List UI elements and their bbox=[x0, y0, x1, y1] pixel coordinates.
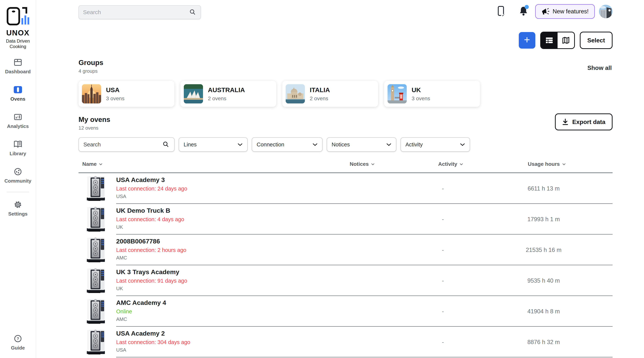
table-row[interactable]: UK Demo Truck B Last connection: 4 days … bbox=[78, 204, 612, 235]
table-row[interactable]: 2008B0067786 Last connection: 2 hours ag… bbox=[78, 235, 612, 265]
oven-icon bbox=[13, 85, 22, 94]
my-ovens-title: My ovens bbox=[78, 116, 612, 124]
sidebar: UNOX Data Driven Cooking Dashboard bbox=[0, 0, 36, 358]
group-card-usa[interactable]: USA 3 ovens bbox=[78, 81, 174, 107]
group-oven-count: 3 ovens bbox=[106, 96, 124, 102]
mobile-app-button[interactable] bbox=[497, 6, 507, 17]
group-oven-count: 2 ovens bbox=[208, 96, 245, 102]
brand-tagline: Data Driven Cooking bbox=[6, 38, 30, 49]
table-row[interactable]: AMC Academy 4 Online AMC - 41904 h 8 m bbox=[78, 296, 612, 327]
usage-hours-cell: 9535 h 40 m bbox=[487, 277, 600, 284]
oven-thumbnail bbox=[85, 206, 106, 232]
sidebar-item-guide[interactable]: ? Guide bbox=[11, 334, 25, 351]
italia-group-thumbnail bbox=[286, 84, 305, 103]
usage-hours-cell: 6611 h 13 m bbox=[487, 185, 600, 192]
sidebar-item-label: Analytics bbox=[7, 123, 29, 129]
oven-thumbnail bbox=[85, 175, 106, 202]
notification-badge bbox=[524, 5, 529, 9]
activity-cell: - bbox=[399, 216, 487, 222]
group-name: USA bbox=[106, 86, 120, 94]
main-content: New features! + bbox=[78, 0, 612, 358]
oven-connection-status: Last connection: 91 days ago bbox=[116, 278, 187, 284]
oven-group-label: UK bbox=[116, 224, 184, 230]
oven-group-label: USA bbox=[116, 193, 187, 199]
column-header-name[interactable]: Name bbox=[82, 161, 103, 167]
brand-name: UNOX bbox=[6, 29, 30, 37]
filters-row: Lines Connection Notices Activity bbox=[78, 137, 612, 152]
sort-chevron-icon bbox=[371, 163, 375, 165]
table-row[interactable]: USA Academy 3 Last connection: 24 days a… bbox=[78, 173, 612, 204]
unox-logo bbox=[6, 7, 30, 26]
activity-cell: - bbox=[399, 185, 487, 192]
oven-name: USA Academy 2 bbox=[116, 330, 190, 337]
oven-connection-status: Last connection: 2 hours ago bbox=[116, 247, 186, 253]
unox-logo-icon bbox=[6, 7, 30, 26]
ovens-table-body: USA Academy 3 Last connection: 24 days a… bbox=[78, 173, 612, 357]
sort-chevron-icon bbox=[99, 163, 103, 165]
ovens-search-input[interactable] bbox=[84, 142, 162, 148]
group-cards: USA 3 ovens bbox=[78, 81, 612, 107]
sidebar-item-label: Library bbox=[10, 151, 26, 157]
column-header-activity[interactable]: Activity bbox=[438, 161, 463, 167]
map-view-button[interactable] bbox=[558, 33, 574, 48]
sidebar-item-label: Dashboard bbox=[5, 69, 31, 75]
column-header-notices[interactable]: Notices bbox=[350, 161, 375, 167]
row-divider bbox=[116, 357, 612, 357]
sidebar-item-dashboard[interactable]: Dashboard bbox=[5, 58, 31, 75]
my-ovens-section: My ovens 12 ovens Export data bbox=[78, 113, 612, 358]
list-view-button[interactable] bbox=[541, 33, 558, 48]
sidebar-item-library[interactable]: Library bbox=[10, 140, 26, 157]
mobile-app-icon bbox=[497, 6, 507, 17]
notices-filter-dropdown[interactable]: Notices bbox=[327, 137, 396, 152]
oven-group-label: AMC bbox=[116, 255, 186, 261]
show-all-link[interactable]: Show all bbox=[587, 65, 612, 71]
groups-title: Groups bbox=[78, 59, 612, 67]
download-icon bbox=[562, 119, 568, 125]
notifications-button[interactable] bbox=[519, 6, 528, 17]
usa-group-thumbnail bbox=[82, 84, 101, 103]
groups-section: Groups 4 groups Show all bbox=[78, 59, 612, 107]
table-header: Name Notices Activity Usage hours bbox=[78, 161, 612, 168]
sort-chevron-icon bbox=[460, 163, 463, 165]
activity-cell: - bbox=[399, 277, 487, 284]
table-row[interactable]: USA Academy 2 Last connection: 304 days … bbox=[78, 327, 612, 357]
activity-cell: - bbox=[399, 308, 487, 315]
oven-thumbnail bbox=[85, 298, 106, 324]
sidebar-item-community[interactable]: Community bbox=[4, 167, 32, 184]
sidebar-item-label: Ovens bbox=[10, 96, 26, 102]
usage-hours-cell: 8876 h 32 m bbox=[487, 339, 600, 345]
global-search-input[interactable] bbox=[83, 9, 189, 16]
megaphone-icon bbox=[541, 8, 550, 15]
ovens-search[interactable] bbox=[78, 137, 174, 152]
group-card-italia[interactable]: ITALIA 2 ovens bbox=[282, 81, 378, 107]
svg-text:?: ? bbox=[16, 336, 19, 341]
export-data-button[interactable]: Export data bbox=[555, 113, 612, 130]
sidebar-item-label: Guide bbox=[11, 345, 25, 351]
group-oven-count: 2 ovens bbox=[310, 96, 330, 102]
column-header-usage-hours[interactable]: Usage hours bbox=[528, 161, 566, 167]
group-card-australia[interactable]: AUSTRALIA 2 ovens bbox=[180, 81, 276, 107]
sidebar-item-label: Community bbox=[4, 178, 32, 184]
new-features-button[interactable]: New features! bbox=[535, 4, 595, 19]
chevron-down-icon bbox=[386, 143, 392, 146]
table-row[interactable]: UK 3 Trays Academy Last connection: 91 d… bbox=[78, 265, 612, 296]
sidebar-item-settings[interactable]: Settings bbox=[8, 200, 28, 217]
chevron-down-icon bbox=[238, 143, 243, 146]
group-name: AUSTRALIA bbox=[208, 86, 245, 94]
activity-filter-dropdown[interactable]: Activity bbox=[400, 137, 470, 152]
lines-filter-dropdown[interactable]: Lines bbox=[179, 137, 248, 152]
sidebar-item-ovens[interactable]: Ovens bbox=[10, 85, 26, 102]
oven-name: UK Demo Truck B bbox=[116, 207, 184, 214]
avatar[interactable] bbox=[599, 5, 612, 18]
oven-connection-status: Last connection: 24 days ago bbox=[116, 186, 187, 192]
usage-hours-cell: 21535 h 16 m bbox=[487, 247, 600, 253]
connection-filter-dropdown[interactable]: Connection bbox=[252, 137, 322, 152]
select-button[interactable]: Select bbox=[580, 32, 612, 49]
group-card-uk[interactable]: UK 3 ovens bbox=[384, 81, 480, 107]
chevron-down-icon bbox=[460, 143, 465, 146]
sort-chevron-icon bbox=[562, 163, 566, 165]
global-search[interactable] bbox=[78, 5, 201, 19]
oven-connection-status: Last connection: 4 days ago bbox=[116, 216, 184, 222]
add-button[interactable]: + bbox=[519, 32, 535, 49]
sidebar-item-analytics[interactable]: Analytics bbox=[7, 113, 29, 129]
